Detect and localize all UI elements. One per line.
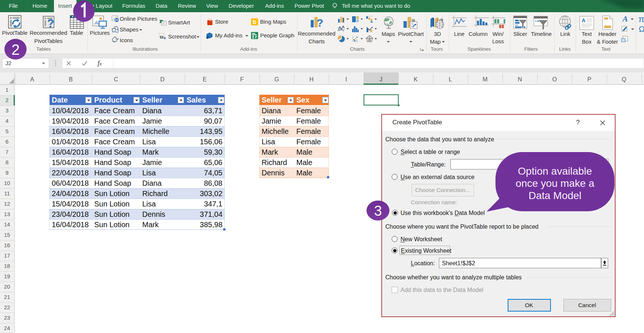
- svg-text:b: b: [253, 18, 256, 26]
- svg-text:?: ?: [47, 17, 54, 29]
- svg-text:?: ?: [317, 17, 323, 29]
